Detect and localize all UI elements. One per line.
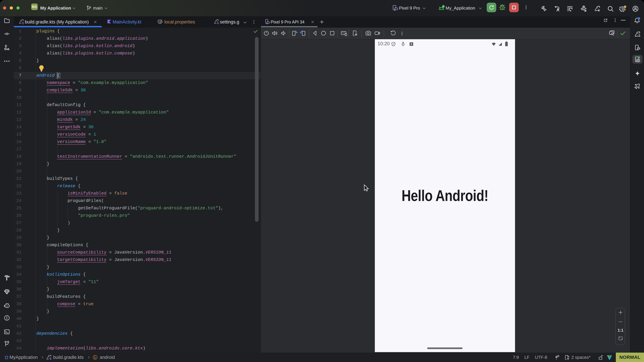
svg-text:A: A — [410, 43, 412, 45]
